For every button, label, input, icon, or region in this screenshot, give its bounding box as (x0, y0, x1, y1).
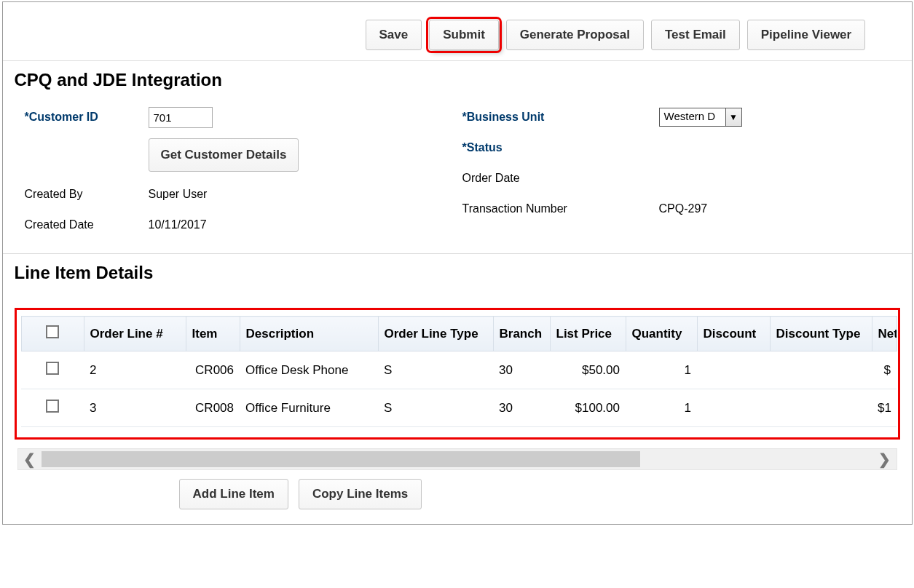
status-label: *Status (462, 141, 659, 154)
cell-list-price: $100.00 (550, 389, 626, 427)
business-unit-label: *Business Unit (462, 111, 659, 124)
pipeline-viewer-button[interactable]: Pipeline Viewer (747, 20, 865, 50)
page-container: Save Submit Generate Proposal Test Email… (2, 1, 913, 525)
cell-net: $ (872, 351, 897, 389)
table-row[interactable]: 2 CR006 Office Desk Phone S 30 $50.00 1 … (21, 351, 897, 389)
header-form: *Customer ID Get Customer Details Create… (3, 98, 912, 254)
horizontal-scrollbar[interactable]: ❮ ❯ (17, 448, 897, 470)
chevron-down-icon: ▼ (725, 108, 741, 126)
cell-branch: 30 (493, 389, 550, 427)
copy-line-items-button[interactable]: Copy Line Items (299, 479, 422, 509)
col-net: Net (872, 317, 897, 351)
line-item-actions: Add Line Item Copy Line Items (15, 470, 900, 509)
cell-order-line-type: S (378, 389, 493, 427)
transaction-number-label: Transaction Number (462, 202, 659, 215)
page-title: CPQ and JDE Integration (3, 61, 912, 98)
created-by-label: Created By (25, 188, 149, 201)
submit-button[interactable]: Submit (429, 20, 499, 50)
get-customer-details-button[interactable]: Get Customer Details (149, 138, 299, 172)
select-all-checkbox[interactable] (46, 325, 59, 338)
scroll-left-icon[interactable]: ❮ (18, 450, 42, 468)
transaction-number-value: CPQ-297 (659, 202, 708, 215)
col-discount: Discount (697, 317, 770, 351)
cell-order-line-num: 3 (84, 389, 186, 427)
col-discount-type: Discount Type (770, 317, 872, 351)
cell-discount (697, 351, 770, 389)
scroll-track[interactable] (42, 451, 873, 467)
col-list-price: List Price (550, 317, 626, 351)
cell-quantity: 1 (626, 389, 697, 427)
created-date-value: 10/11/2017 (149, 218, 207, 231)
created-by-value: Super User (149, 188, 208, 201)
add-line-item-button[interactable]: Add Line Item (179, 479, 288, 509)
generate-proposal-button[interactable]: Generate Proposal (506, 20, 644, 50)
col-order-line-num: Order Line # (84, 317, 186, 351)
cell-discount (697, 389, 770, 427)
cell-description: Office Desk Phone (240, 351, 378, 389)
row-checkbox[interactable] (46, 362, 59, 375)
row-checkbox[interactable] (46, 400, 59, 413)
col-branch: Branch (493, 317, 550, 351)
scroll-thumb[interactable] (42, 451, 640, 467)
cell-discount-type (770, 351, 872, 389)
cell-discount-type (770, 389, 872, 427)
customer-id-input[interactable] (149, 107, 213, 128)
cell-item: CR006 (186, 351, 240, 389)
form-col-left: *Customer ID Get Customer Details Create… (25, 102, 462, 240)
line-items-section: Line Item Details (3, 254, 912, 509)
cell-item: CR008 (186, 389, 240, 427)
cell-order-line-num: 2 (84, 351, 186, 389)
form-col-right: *Business Unit Western D ▼ *Status Order… (462, 102, 900, 240)
col-item: Item (186, 317, 240, 351)
business-unit-select[interactable]: Western D ▼ (659, 108, 742, 127)
scroll-right-icon[interactable]: ❯ (873, 450, 897, 468)
cell-net: $1 (872, 389, 897, 427)
save-button[interactable]: Save (366, 20, 422, 50)
table-row[interactable]: 3 CR008 Office Furniture S 30 $100.00 1 … (21, 389, 897, 427)
business-unit-value: Western D (660, 108, 725, 126)
cell-list-price: $50.00 (550, 351, 626, 389)
created-date-label: Created Date (25, 218, 149, 231)
customer-id-label: *Customer ID (25, 111, 149, 124)
order-date-label: Order Date (462, 172, 659, 185)
line-items-table-wrap: Order Line # Item Description Order Line… (15, 308, 900, 440)
cell-branch: 30 (493, 351, 550, 389)
cell-order-line-type: S (378, 351, 493, 389)
table-header-row: Order Line # Item Description Order Line… (21, 317, 897, 351)
test-email-button[interactable]: Test Email (651, 20, 740, 50)
col-description: Description (240, 317, 378, 351)
cell-quantity: 1 (626, 351, 697, 389)
top-toolbar: Save Submit Generate Proposal Test Email… (3, 2, 912, 61)
line-items-table: Order Line # Item Description Order Line… (21, 316, 897, 427)
line-items-title: Line Item Details (15, 254, 900, 290)
col-order-line-type: Order Line Type (378, 317, 493, 351)
col-quantity: Quantity (626, 317, 697, 351)
cell-description: Office Furniture (240, 389, 378, 427)
